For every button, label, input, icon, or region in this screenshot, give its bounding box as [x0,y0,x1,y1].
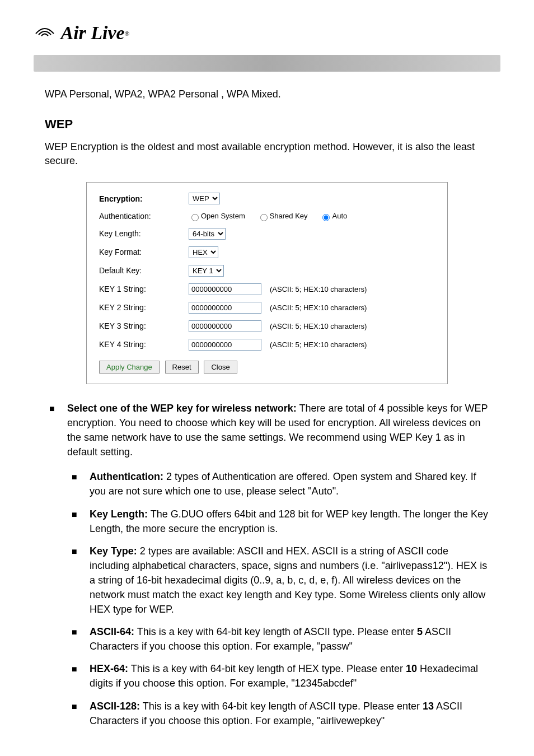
key2-label: KEY 2 String: [99,303,189,312]
key4-hint: (ASCII: 5; HEX:10 characters) [270,340,367,349]
keyfmt-select[interactable]: HEX [189,246,218,258]
wep-description: WEP Encryption is the oldest and most av… [45,140,489,168]
defkey-select[interactable]: KEY 1 [189,265,224,277]
keylen-label: Key Length: [99,229,189,238]
encryption-select[interactable]: WEP [189,193,220,204]
keyfmt-label: Key Format: [99,248,189,256]
bullet-main-bold: Select one of the WEP key for wireless n… [67,403,297,414]
key1-input[interactable] [189,283,261,295]
wifi-icon [34,22,56,41]
key4-input[interactable] [189,339,261,351]
key4-label: KEY 4 String: [99,340,189,349]
header-banner [34,55,500,72]
auth-auto-radio[interactable] [322,214,330,221]
encryption-label: Encryption: [99,194,189,203]
key3-input[interactable] [189,320,261,332]
key3-hint: (ASCII: 5; HEX:10 characters) [270,322,367,330]
bullet-keytype: Key Type: 2 types are available: ASCII a… [67,544,489,617]
auth-label: Authentication: [99,212,189,221]
auth-open-option[interactable]: Open System [189,212,245,220]
bullet-ascii64: ASCII-64: This is a key with 64-bit key … [67,624,489,654]
auth-shared-option[interactable]: Shared Key [257,212,308,220]
reset-button[interactable]: Reset [165,361,199,374]
auth-auto-option[interactable]: Auto [320,212,347,220]
key1-hint: (ASCII: 5; HEX:10 characters) [270,285,367,293]
keylen-select[interactable]: 64-bits [189,228,226,240]
bullet-ascii128: ASCII-128: This is a key with 64-bit key… [67,699,489,728]
bullet-hex64: HEX-64: This is a key with 64-bit key le… [67,661,489,690]
bullet-auth: Authentication: 2 types of Authenticatio… [67,469,489,498]
config-panel: Encryption: WEP Authentication: Open Sys… [86,182,448,384]
key2-input[interactable] [189,302,261,314]
auth-shared-radio[interactable] [260,214,268,221]
key1-label: KEY 1 String: [99,284,189,293]
defkey-label: Default Key: [99,266,189,275]
close-button[interactable]: Close [204,361,237,374]
apply-button[interactable]: Apply Change [99,361,160,374]
auth-open-radio[interactable] [191,214,199,221]
key3-label: KEY 3 String: [99,321,189,330]
bullet-keylen: Key Length: The G.DUO offers 64bit and 1… [67,507,489,536]
key2-hint: (ASCII: 5; HEX:10 characters) [270,304,367,312]
bullet-main: Select one of the WEP key for wireless n… [45,401,489,728]
intro-text: WPA Personal, WPA2, WPA2 Personal , WPA … [45,88,500,100]
wep-heading: WEP [45,117,500,132]
logo-reg: ® [125,30,129,37]
logo: Air Live® [34,22,500,44]
logo-text: Air Live [60,22,124,43]
